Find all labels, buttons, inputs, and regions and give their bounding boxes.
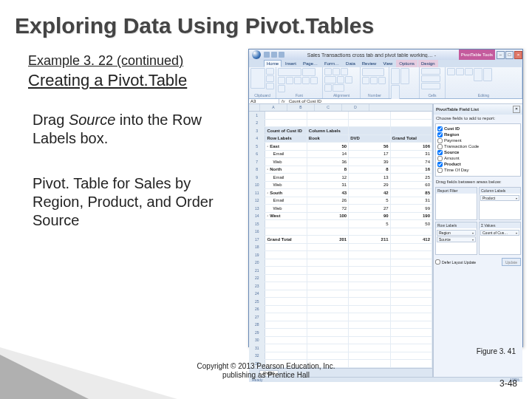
copy-button[interactable] (266, 75, 274, 82)
window-title: Sales Transactions cross tab and pivot t… (284, 52, 459, 58)
ribbon: Clipboard Font (249, 67, 522, 99)
tab-insert[interactable]: Insert (282, 60, 299, 67)
group-clipboard-label: Clipboard (250, 93, 274, 98)
col-header-d[interactable]: D (342, 104, 369, 111)
chip-region[interactable]: Region (437, 230, 476, 236)
tab-options[interactable]: Options (396, 60, 417, 67)
figure-caption: Figure 3. 41 (477, 347, 516, 355)
tab-data[interactable]: Data (343, 60, 358, 67)
page-title: Exploring Data Using Pivot.Tables (15, 13, 374, 38)
area-row-labels-label: Row Labels (436, 222, 477, 228)
field-areas-prompt: Drag fields between areas below: (434, 178, 522, 185)
fill-button[interactable] (456, 68, 464, 75)
paste-button[interactable] (250, 68, 265, 89)
field-source[interactable]: Source (437, 149, 519, 155)
align-button[interactable] (332, 68, 340, 75)
currency-button[interactable] (362, 77, 369, 84)
ribbon-tabs: Home Insert Page… Form… Data Review View… (249, 60, 522, 67)
formula-value[interactable]: Count of Cust ID (287, 99, 522, 103)
minimize-button[interactable]: – (497, 51, 505, 59)
pivot-row-labels-hdr: Row Labels (265, 134, 307, 143)
example-label: Example 3. 22 (continued) (28, 53, 183, 69)
bold-button[interactable] (278, 77, 285, 84)
field-list-fields[interactable]: Cust IDRegionPaymentTransaction CodeSour… (435, 123, 521, 177)
tab-view[interactable]: View (380, 60, 395, 67)
delete-cells-button[interactable] (421, 75, 440, 82)
field-region[interactable]: Region (437, 132, 519, 137)
area-values[interactable]: Σ Values Count of Cus… (479, 222, 521, 255)
cond-format-button[interactable] (391, 68, 400, 84)
field-transaction-code[interactable]: Transaction Code (437, 143, 519, 149)
fill-color-button[interactable] (310, 77, 318, 84)
field-list-close-icon[interactable]: × (513, 106, 520, 113)
field-amount[interactable]: Amount (437, 155, 519, 161)
pivot-col-grand: Grand Total (390, 134, 432, 143)
tab-page-layout[interactable]: Page… (300, 60, 321, 67)
fx-icon[interactable]: fx (279, 99, 287, 103)
col-header-a[interactable]: A (260, 104, 287, 111)
formula-bar: A3 fx Count of Cust ID (249, 99, 522, 104)
area-row-labels[interactable]: Row Labels Region Source (435, 222, 477, 255)
italic-button[interactable] (286, 77, 293, 84)
field-time-of-day[interactable]: Time Of Day (437, 167, 519, 173)
align-button[interactable] (324, 68, 332, 75)
align-button[interactable] (341, 68, 348, 75)
area-column-labels[interactable]: Column Labels Product (479, 187, 521, 220)
number-format-select[interactable] (362, 68, 384, 76)
wrap-text-button[interactable] (324, 76, 336, 83)
align-button[interactable] (345, 76, 352, 83)
field-product[interactable]: Product (437, 161, 519, 167)
percent-button[interactable] (370, 77, 378, 84)
tab-review[interactable]: Review (359, 60, 380, 67)
chip-count-custid[interactable]: Count of Cus… (480, 230, 519, 236)
update-button[interactable]: Update (502, 258, 521, 266)
insert-cells-button[interactable] (421, 68, 440, 75)
titlebar: Sales Transactions cross tab and pivot t… (249, 50, 522, 60)
defer-layout-checkbox[interactable]: Defer Layout Update (435, 259, 476, 265)
worksheet[interactable]: A B C D 1 2 3 Count of Cust ID Column La… (249, 104, 433, 377)
field-payment[interactable]: Payment (437, 137, 519, 143)
area-report-filter[interactable]: Report Filter (435, 187, 477, 220)
font-color-button[interactable] (278, 85, 285, 92)
tab-home[interactable]: Home (264, 60, 282, 67)
font-name-select[interactable] (278, 68, 301, 76)
instruction-text-2: Pivot. Table for Sales by Region, Produc… (33, 174, 232, 230)
group-cells-label: Cells (421, 93, 443, 98)
format-cells-button[interactable] (421, 83, 440, 89)
name-box[interactable]: A3 (249, 99, 279, 103)
align-button[interactable] (324, 84, 332, 92)
quick-access-toolbar[interactable] (264, 52, 284, 58)
field-cust-id[interactable]: Cust ID (437, 126, 519, 132)
chip-source[interactable]: Source (437, 236, 476, 242)
merge-button[interactable] (332, 84, 344, 92)
clear-button[interactable] (465, 68, 473, 75)
pivot-table[interactable]: 1 2 3 Count of Cust ID Column Labels 4 R… (249, 112, 432, 368)
contextual-tab-group: PivotTable Tools (459, 50, 495, 60)
format-painter-button[interactable] (266, 83, 274, 89)
body1-source-word: Source (69, 112, 115, 128)
close-button[interactable]: × (514, 51, 522, 59)
area-values-label: Σ Values (480, 222, 520, 228)
area-column-labels-label: Column Labels (480, 188, 520, 194)
col-header-b[interactable]: B (287, 104, 315, 111)
format-table-button[interactable] (400, 68, 409, 84)
chip-product[interactable]: Product (480, 195, 519, 201)
column-headers: A B C D (249, 104, 432, 112)
border-button[interactable] (302, 77, 310, 84)
body1-prefix: Drag (33, 112, 69, 128)
underline-button[interactable] (294, 77, 301, 84)
autosum-button[interactable] (447, 68, 455, 75)
font-size-select[interactable] (302, 68, 316, 76)
slide-number: 3-48 (499, 378, 517, 389)
sort-filter-button[interactable] (474, 68, 482, 81)
office-orb-icon[interactable] (252, 50, 261, 59)
tab-design[interactable]: Design (418, 60, 438, 67)
align-button[interactable] (337, 76, 344, 83)
maximize-button[interactable]: □ (505, 51, 514, 59)
tab-formulas[interactable]: Form… (321, 60, 342, 67)
field-list-title: PivotTable Field List (436, 107, 479, 112)
col-header-c[interactable]: C (315, 104, 342, 111)
comma-button[interactable] (378, 77, 386, 84)
find-select-button[interactable] (483, 68, 492, 81)
cut-button[interactable] (266, 68, 274, 75)
